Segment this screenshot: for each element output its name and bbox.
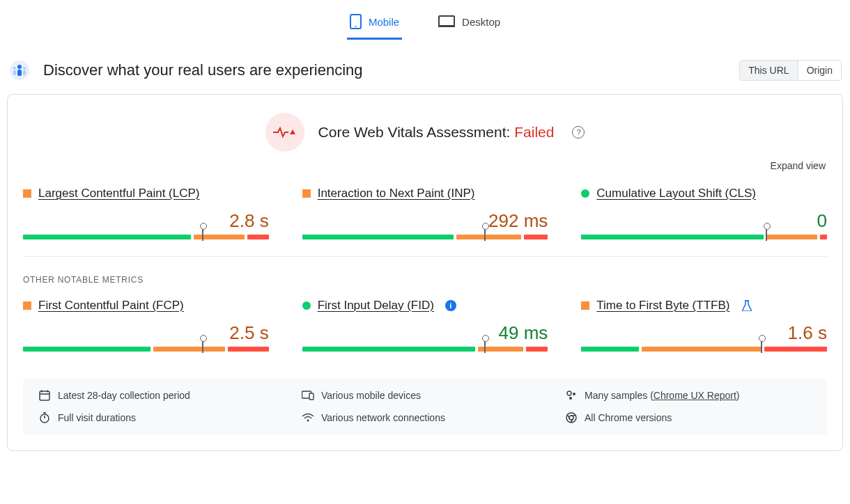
scope-toggle: This URL Origin <box>739 60 842 81</box>
metric-value-fcp: 2.5 s <box>23 322 269 344</box>
footer-connections: Various network connections <box>302 411 548 424</box>
metric-value-fid: 49 ms <box>302 322 548 344</box>
metric-value-inp: 292 ms <box>302 210 548 232</box>
svg-point-21 <box>569 397 572 400</box>
users-icon <box>8 59 31 81</box>
assessment-row: Core Web Vitals Assessment: Failed ? <box>23 113 827 152</box>
metric-ttfb: Time to First Byte (TTFB) 1.6 s <box>581 299 827 352</box>
help-icon[interactable]: ? <box>572 126 585 139</box>
footer-period-text: Latest 28-day collection period <box>58 390 190 401</box>
svg-rect-18 <box>309 393 314 400</box>
metric-name-fcp[interactable]: First Contentful Paint (FCP) <box>38 299 184 313</box>
metric-value-lcp: 2.8 s <box>23 210 269 232</box>
page-title: Discover what your real users are experi… <box>43 61 363 79</box>
metric-name-fid[interactable]: First Input Delay (FID) <box>318 299 434 313</box>
status-indicator-cls <box>581 189 589 198</box>
toggle-this-url[interactable]: This URL <box>740 61 797 80</box>
footer-samples-link[interactable]: Chrome UX Report <box>654 390 736 401</box>
other-metrics-grid: First Contentful Paint (FCP) 2.5 s First… <box>23 299 827 364</box>
core-metrics-grid: Largest Contentful Paint (LCP) 2.8 s Int… <box>23 187 827 252</box>
info-icon[interactable]: i <box>445 300 456 311</box>
footer-durations: Full visit durations <box>38 411 285 424</box>
footer-samples: Many samples (Chrome UX Report) <box>565 389 812 402</box>
desktop-icon <box>438 15 455 28</box>
distribution-bar-lcp <box>23 235 269 239</box>
metric-name-ttfb[interactable]: Time to First Byte (TTFB) <box>596 299 729 313</box>
distribution-bar-ttfb <box>581 347 827 352</box>
toggle-origin[interactable]: Origin <box>798 61 841 80</box>
flask-icon[interactable] <box>742 300 752 311</box>
svg-rect-8 <box>13 70 16 75</box>
status-indicator-ttfb <box>581 301 589 310</box>
distribution-bar-cls <box>581 235 827 239</box>
tab-mobile[interactable]: Mobile <box>347 8 402 40</box>
footer-devices: Various mobile devices <box>302 389 548 402</box>
distribution-bar-inp <box>302 235 548 239</box>
chrome-icon <box>565 411 578 424</box>
expand-view-link[interactable]: Expand view <box>23 157 827 187</box>
metric-inp: Interaction to Next Paint (INP) 292 ms <box>302 187 548 239</box>
footer-versions-text: All Chrome versions <box>585 412 672 423</box>
status-indicator-fcp <box>23 301 31 310</box>
svg-point-5 <box>17 65 22 69</box>
pulse-icon <box>265 113 304 152</box>
metric-fid: First Input Delay (FID) i 49 ms <box>302 299 548 352</box>
footer-versions: All Chrome versions <box>565 411 812 424</box>
mobile-icon <box>350 14 362 29</box>
svg-point-9 <box>23 67 26 70</box>
metric-name-cls[interactable]: Cumulative Layout Shift (CLS) <box>596 187 756 200</box>
distribution-bar-fcp <box>23 347 269 352</box>
info-footer: Latest 28-day collection period Various … <box>23 378 827 435</box>
assessment-status: Failed <box>514 124 554 140</box>
svg-point-20 <box>573 393 575 395</box>
svg-point-19 <box>567 391 571 395</box>
svg-rect-10 <box>23 70 26 75</box>
metric-name-lcp[interactable]: Largest Contentful Paint (LCP) <box>38 187 200 200</box>
samples-icon <box>565 389 578 402</box>
svg-point-1 <box>355 26 356 27</box>
footer-period: Latest 28-day collection period <box>38 389 285 402</box>
devices-icon <box>302 389 314 402</box>
calendar-icon <box>38 389 51 402</box>
footer-samples-suffix: ) <box>736 390 740 401</box>
tab-mobile-label: Mobile <box>369 16 399 28</box>
tab-desktop[interactable]: Desktop <box>435 8 503 40</box>
status-indicator-inp <box>302 189 311 198</box>
metric-name-inp[interactable]: Interaction to Next Paint (INP) <box>318 187 475 200</box>
metric-fcp: First Contentful Paint (FCP) 2.5 s <box>23 299 269 352</box>
status-indicator-lcp <box>23 189 31 198</box>
tab-desktop-label: Desktop <box>462 16 500 28</box>
status-indicator-fid <box>302 301 311 310</box>
assessment-text: Core Web Vitals Assessment: Failed <box>318 124 555 141</box>
assessment-label: Core Web Vitals Assessment: <box>318 124 515 140</box>
vitals-card: Core Web Vitals Assessment: Failed ? Exp… <box>7 94 843 451</box>
footer-samples-prefix: Many samples ( <box>585 390 654 401</box>
wifi-icon <box>302 411 314 424</box>
svg-rect-2 <box>439 16 454 26</box>
footer-devices-text: Various mobile devices <box>321 390 421 401</box>
metric-value-ttfb: 1.6 s <box>581 322 827 344</box>
device-tabs: Mobile Desktop <box>7 8 843 40</box>
svg-rect-3 <box>438 26 455 27</box>
page-header: Discover what your real users are experi… <box>7 59 843 94</box>
svg-rect-13 <box>40 391 49 400</box>
svg-marker-11 <box>290 129 295 134</box>
metric-lcp: Largest Contentful Paint (LCP) 2.8 s <box>23 187 269 239</box>
svg-point-25 <box>307 420 309 422</box>
footer-connections-text: Various network connections <box>321 412 445 423</box>
svg-rect-6 <box>17 70 22 76</box>
footer-durations-text: Full visit durations <box>58 412 136 423</box>
metric-cls: Cumulative Layout Shift (CLS) 0 <box>581 187 827 239</box>
section-label-other: OTHER NOTABLE METRICS <box>23 256 827 299</box>
distribution-bar-fid <box>302 347 548 352</box>
svg-point-7 <box>13 67 16 70</box>
stopwatch-icon <box>38 411 51 424</box>
metric-value-cls: 0 <box>581 210 827 232</box>
